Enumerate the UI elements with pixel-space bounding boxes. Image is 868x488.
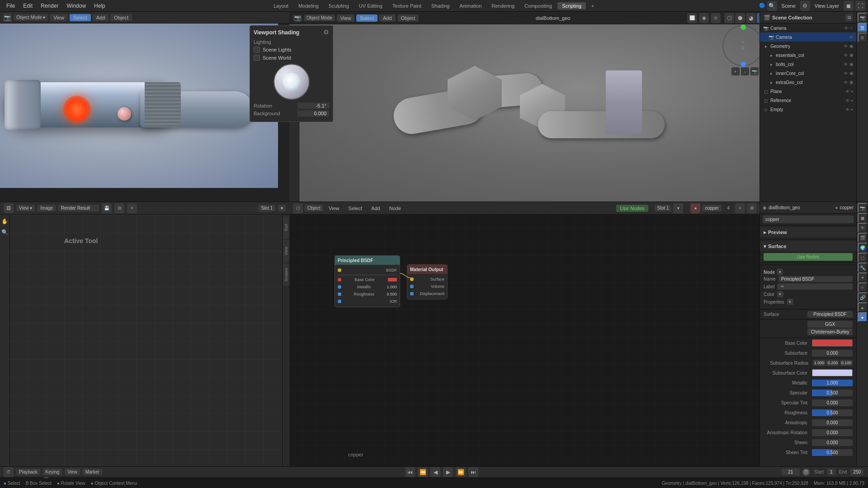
collection-extrageo[interactable]: ▸ extraGeo_col 👁 ▣ bbox=[760, 78, 856, 87]
camera-check[interactable]: ✓ bbox=[850, 26, 854, 30]
prev-frame-btn[interactable]: ⏪ bbox=[418, 467, 428, 477]
bolts-eye[interactable]: 👁 bbox=[844, 62, 848, 67]
node-node-btn[interactable]: Node bbox=[386, 205, 405, 212]
timeline-view-dropdown[interactable]: View bbox=[65, 469, 80, 475]
surface-type-value[interactable]: Principled BSDF bbox=[807, 311, 853, 318]
tab-animation[interactable]: Animation bbox=[455, 2, 486, 9]
tab-texture-paint[interactable]: Texture Paint bbox=[388, 2, 426, 9]
use-nodes-btn[interactable]: Use Nodes bbox=[616, 205, 648, 212]
preview-header[interactable]: ▸ Preview bbox=[760, 227, 856, 237]
render-btn[interactable]: ◼ bbox=[844, 1, 854, 11]
play-btn[interactable]: ▶ bbox=[443, 467, 453, 477]
gizmo-z-axis[interactable] bbox=[741, 61, 746, 67]
filter-btn[interactable]: ⧉ bbox=[845, 14, 853, 21]
hdri-preview[interactable] bbox=[274, 64, 310, 100]
view-btn[interactable]: View bbox=[50, 14, 68, 21]
zoom-tool[interactable]: 🔍 bbox=[0, 227, 10, 237]
anisotropic-rot-value[interactable]: 0.000 bbox=[812, 429, 853, 436]
node-material-output[interactable]: Material Output Surface Volume Displacem… bbox=[407, 264, 448, 300]
scene-hierarchy-icon[interactable]: ☰ bbox=[858, 23, 868, 33]
node-principled-bsdf[interactable]: Principled BSDF BSDF Base Color bbox=[335, 255, 400, 307]
collection-essentials[interactable]: ▸ essentials_col 👁 ▣ bbox=[760, 51, 856, 60]
collection-empty[interactable]: ◇ Empty 👁 ▸ bbox=[760, 105, 856, 114]
collection-camera-selected[interactable]: 📷 Camera 👁 bbox=[760, 33, 856, 42]
color-expand-btn[interactable]: ▾ bbox=[777, 291, 783, 297]
menu-help[interactable]: Help bbox=[90, 2, 109, 10]
subrad-2[interactable]: 0.200 bbox=[826, 360, 839, 366]
roughness-value-prop[interactable]: 0.500 bbox=[812, 409, 853, 416]
perspective-btn[interactable]: ⬜ bbox=[687, 13, 697, 23]
vtab-scopes[interactable]: Scopes bbox=[283, 263, 289, 286]
collection-reference[interactable]: ◻ Reference 👁 ▸ bbox=[760, 96, 856, 105]
tab-compositing[interactable]: Compositing bbox=[520, 2, 557, 9]
fullscreen-btn[interactable]: ⛶ bbox=[855, 1, 865, 11]
prop-data-tab[interactable]: ▲ bbox=[858, 302, 868, 312]
img-copy-btn[interactable]: ⧉ bbox=[114, 203, 124, 213]
specular-value[interactable]: 0.500 bbox=[812, 389, 853, 396]
subsurface-value[interactable]: 0.000 bbox=[812, 350, 853, 357]
gizmo-y-axis[interactable] bbox=[741, 24, 746, 30]
node-add-btn[interactable]: Add bbox=[368, 205, 384, 212]
solid-mode[interactable]: ⬢ bbox=[735, 13, 745, 23]
prop-physics-tab[interactable]: ⚛ bbox=[858, 282, 868, 292]
start-frame[interactable]: 1 bbox=[827, 469, 835, 475]
prop-world-tab[interactable]: 🌍 bbox=[858, 243, 868, 253]
hand-tool[interactable]: ✋ bbox=[0, 216, 10, 226]
prop-particles-tab[interactable]: ✦ bbox=[858, 272, 868, 282]
image-editor-icon[interactable]: 🖼 bbox=[4, 203, 14, 213]
innercore-eye[interactable]: 👁 bbox=[844, 71, 848, 76]
tab-shading[interactable]: Shading bbox=[427, 2, 454, 9]
go-end-btn[interactable]: ⏭ bbox=[468, 467, 478, 477]
viewport-select-btn[interactable]: Select bbox=[356, 14, 377, 22]
use-nodes-surface-btn[interactable]: Use Nodes bbox=[764, 253, 853, 261]
search-btn[interactable]: 🔍 bbox=[767, 1, 777, 11]
vtab-tool[interactable]: Tool bbox=[283, 216, 289, 239]
material-name-input[interactable]: copper bbox=[763, 216, 854, 223]
collection-geometry[interactable]: ▸ Geometry 👁 ▣ bbox=[760, 42, 856, 51]
tab-add[interactable]: + bbox=[587, 2, 599, 9]
essentials-eye[interactable]: 👁 bbox=[844, 53, 848, 58]
material-icon-btn[interactable]: ● bbox=[690, 203, 700, 213]
collection-camera[interactable]: 📷 Camera 👁 ✓ bbox=[760, 23, 856, 33]
prop-scene-tab[interactable]: 🎬 bbox=[858, 233, 868, 243]
prop-material-tab[interactable]: ● bbox=[858, 312, 868, 322]
img-close-btn[interactable]: × bbox=[127, 203, 137, 213]
camera-selected-eye[interactable]: 👁 bbox=[849, 35, 854, 40]
geometry-eye[interactable]: 👁 bbox=[844, 44, 848, 49]
zoom-in-btn[interactable]: + bbox=[731, 67, 740, 75]
collection-innercore[interactable]: ▸ innerCore_col 👁 ▣ bbox=[760, 69, 856, 78]
node-settings-btn[interactable]: ⚙ bbox=[747, 203, 757, 213]
current-frame-display[interactable]: 21 bbox=[782, 469, 800, 475]
viewport-shading-btn[interactable]: ◉ bbox=[699, 13, 709, 23]
image-image-dropdown[interactable]: Image bbox=[38, 205, 56, 211]
collection-bolts[interactable]: ▸ bolts_col 👁 ▣ bbox=[760, 60, 856, 69]
slot-dropdown[interactable]: ▾ bbox=[278, 205, 286, 211]
tab-uv-editing[interactable]: UV Editing bbox=[354, 2, 387, 9]
menu-render[interactable]: Render bbox=[37, 2, 62, 10]
prop-object-tab[interactable]: ◻ bbox=[858, 253, 868, 263]
sheen-value[interactable]: 0.000 bbox=[812, 439, 853, 446]
node-select-btn[interactable]: Select bbox=[345, 205, 366, 212]
camera-nav-btn[interactable]: 📷 bbox=[750, 67, 759, 75]
scene-settings-btn[interactable]: ⚙ bbox=[800, 1, 810, 11]
wireframe-mode[interactable]: ⬡ bbox=[724, 13, 734, 23]
prop-output-tab[interactable]: ◼ bbox=[858, 213, 868, 223]
add-btn[interactable]: Add bbox=[93, 14, 109, 21]
node-view-btn[interactable]: View bbox=[325, 205, 343, 212]
image-view-dropdown[interactable]: View ▾ bbox=[16, 205, 35, 211]
node-slot-dropdown[interactable]: ▾ bbox=[673, 203, 683, 213]
plane-eye[interactable]: 👁 bbox=[845, 89, 850, 94]
camera-eye[interactable]: 👁 bbox=[844, 26, 849, 31]
node-editor-type-icon[interactable]: ⬡ bbox=[293, 203, 303, 213]
tab-scripting[interactable]: Scripting bbox=[557, 2, 586, 9]
scene-render-icon[interactable]: 📷 bbox=[858, 13, 868, 23]
node-label-edit-btn[interactable]: ✏ bbox=[780, 284, 785, 289]
viewport-view-btn[interactable]: View bbox=[337, 14, 355, 22]
rotation-value[interactable]: -5.1° bbox=[297, 103, 329, 109]
viewport-mode-dropdown[interactable]: Object Mode bbox=[304, 14, 335, 21]
collection-plane[interactable]: ◻ Plane 👁 ▸ bbox=[760, 87, 856, 96]
subrad-3[interactable]: 0.100 bbox=[840, 360, 853, 366]
props-expand-btn[interactable]: ▾ bbox=[787, 299, 793, 305]
reference-eye[interactable]: 👁 bbox=[845, 98, 850, 103]
timeline-icon-btn[interactable]: ⏱ bbox=[4, 467, 14, 477]
